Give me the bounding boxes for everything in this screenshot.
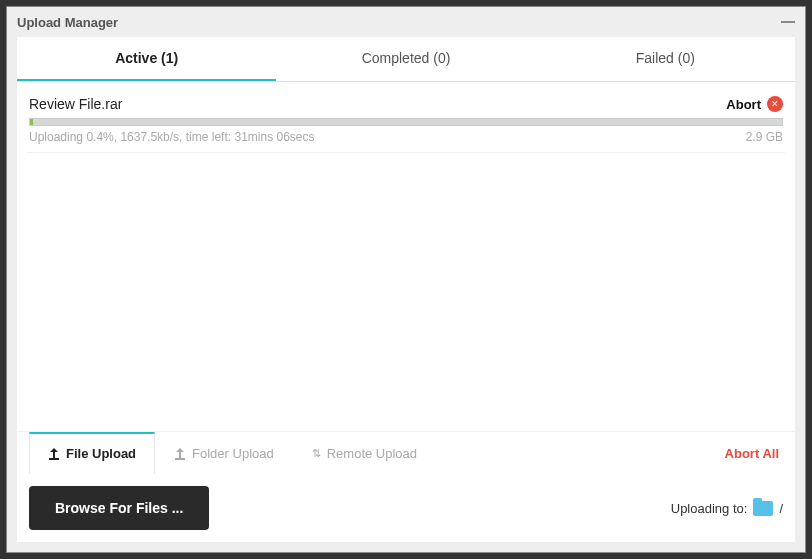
upload-icon <box>174 448 186 460</box>
progress-bar <box>29 118 783 126</box>
tab-remote-upload[interactable]: ⇅ Remote Upload <box>293 432 436 474</box>
window-title: Upload Manager <box>17 15 118 30</box>
upload-filename: Review File.rar <box>29 96 726 112</box>
tab-file-upload[interactable]: File Upload <box>29 432 155 474</box>
bottom-panel: File Upload Folder Upload ⇅ Remote Uploa… <box>17 431 795 542</box>
content-area: Active (1) Completed (0) Failed (0) Revi… <box>17 37 795 542</box>
browse-files-button[interactable]: Browse For Files ... <box>29 486 209 530</box>
tab-active[interactable]: Active (1) <box>17 37 276 81</box>
progress-fill <box>30 119 33 125</box>
upload-manager-window: Upload Manager Active (1) Completed (0) … <box>6 6 806 553</box>
uploading-to-label: Uploading to: <box>671 501 748 516</box>
upload-status-text: Uploading 0.4%, 1637.5kb/s, time left: 3… <box>29 130 746 144</box>
upload-icon <box>48 448 60 460</box>
tab-file-upload-label: File Upload <box>66 446 136 461</box>
uploading-to: Uploading to: / <box>671 501 783 516</box>
tab-failed[interactable]: Failed (0) <box>536 37 795 81</box>
abort-all-button[interactable]: Abort All <box>725 446 783 461</box>
tab-remote-upload-label: Remote Upload <box>327 446 417 461</box>
abort-button[interactable]: Abort <box>726 97 761 112</box>
bottom-tabs: File Upload Folder Upload ⇅ Remote Uploa… <box>29 432 436 474</box>
sync-icon: ⇅ <box>312 448 321 459</box>
uploading-to-path: / <box>779 501 783 516</box>
tab-folder-upload-label: Folder Upload <box>192 446 274 461</box>
upload-size-text: 2.9 GB <box>746 130 783 144</box>
tab-completed[interactable]: Completed (0) <box>276 37 535 81</box>
minimize-icon[interactable] <box>781 21 795 23</box>
close-icon[interactable] <box>767 96 783 112</box>
top-tabs: Active (1) Completed (0) Failed (0) <box>17 37 795 82</box>
titlebar: Upload Manager <box>7 7 805 37</box>
upload-item: Review File.rar Abort Uploading 0.4%, 16… <box>27 92 785 153</box>
upload-list: Review File.rar Abort Uploading 0.4%, 16… <box>17 82 795 431</box>
tab-folder-upload[interactable]: Folder Upload <box>155 432 293 474</box>
folder-icon[interactable] <box>753 501 773 516</box>
